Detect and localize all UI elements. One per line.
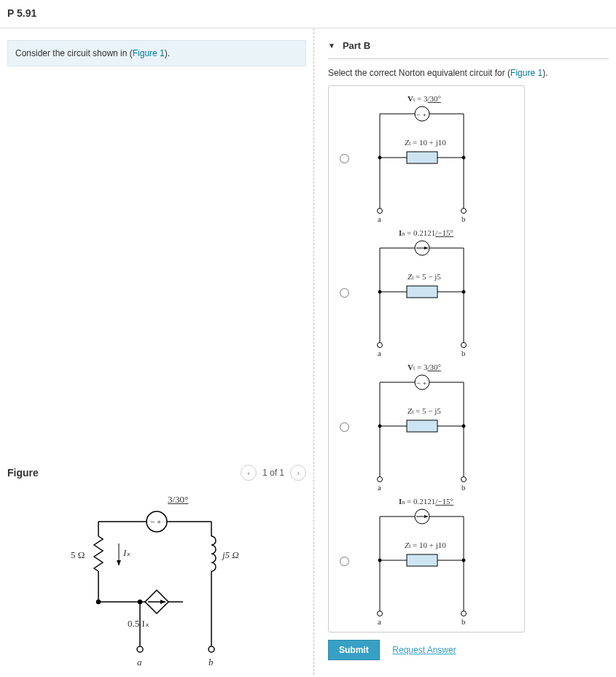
option-3[interactable]: − + Vt = 3/30° Zt = 5 (329, 359, 524, 493)
svg-point-60 (462, 559, 465, 562)
svg-text:− +: − + (416, 379, 426, 387)
part-header[interactable]: ▼ Part B (328, 36, 609, 59)
svg-point-37 (378, 343, 383, 348)
ix-label: Iₓ (123, 547, 130, 559)
part-title: Part B (343, 40, 370, 51)
instruction-suffix: ). (542, 68, 547, 78)
svg-point-38 (461, 343, 467, 348)
svg-text:− +: − + (416, 111, 426, 118)
prompt-text-prefix: Consider the circuit shown in ( (15, 48, 133, 58)
svg-point-48 (462, 425, 465, 428)
instruction-prefix: Select the correct Norton equivalent cir… (328, 68, 510, 78)
svg-rect-45 (407, 420, 437, 432)
svg-point-36 (462, 290, 465, 293)
svg-rect-21 (407, 152, 437, 163)
request-answer-link[interactable]: Request Answer (392, 645, 456, 655)
svg-point-13 (97, 600, 101, 604)
svg-point-23 (378, 156, 381, 159)
pager-prev-button[interactable]: ‹ (241, 465, 257, 481)
svg-point-11 (137, 646, 143, 652)
source-label: 3/30° (168, 494, 188, 506)
svg-point-24 (462, 156, 465, 159)
svg-point-49 (378, 477, 383, 482)
figure-pager: ‹ 1 of 1 › (241, 465, 306, 481)
option-2-circuit: In = 0.2121/−15° Zt = 5 − j5 a b (358, 226, 486, 357)
svg-point-14 (139, 600, 142, 604)
svg-point-61 (378, 611, 383, 616)
dep-source-label: 0.5 Iₓ (128, 618, 149, 630)
svg-point-35 (378, 290, 381, 293)
option-4-circuit: In = 0.2121/−15° Zt = 10 + j10 a b (358, 495, 486, 626)
main-circuit-figure: − + (55, 492, 259, 675)
instruction-figure-link[interactable]: Figure 1 (510, 68, 542, 78)
figure-title: Figure (7, 467, 39, 479)
svg-text:− +: − + (150, 517, 161, 526)
svg-point-12 (208, 646, 214, 652)
svg-rect-57 (407, 554, 437, 566)
submit-button[interactable]: Submit (328, 640, 380, 660)
option-4-radio[interactable] (340, 557, 349, 566)
pager-next-button[interactable]: › (290, 465, 306, 481)
svg-point-59 (378, 559, 381, 562)
svg-point-47 (378, 425, 381, 428)
prompt-text-suffix: ). (165, 48, 170, 58)
figure-link[interactable]: Figure 1 (133, 48, 165, 58)
option-2[interactable]: In = 0.2121/−15° Zt = 5 − j5 a b (329, 225, 524, 359)
option-3-circuit: − + Vt = 3/30° Zt = 5 (358, 360, 486, 492)
option-1-circuit: − + Vt = 3/30° Zt = 1 (358, 92, 486, 223)
resistor-label: 5 Ω (71, 549, 85, 561)
options-box: − + Vt = 3/30° Zt = 1 (328, 85, 525, 632)
figure-block: Figure ‹ 1 of 1 › − + (7, 460, 306, 675)
option-1-radio[interactable] (340, 154, 349, 163)
svg-point-50 (461, 477, 467, 482)
svg-point-62 (461, 611, 467, 616)
prompt-box: Consider the circuit shown in (Figure 1)… (7, 40, 306, 66)
caret-down-icon: ▼ (328, 42, 335, 50)
option-3-radio[interactable] (340, 422, 349, 432)
svg-point-25 (378, 209, 383, 214)
option-4[interactable]: In = 0.2121/−15° Zt = 10 + j10 a b (329, 493, 524, 627)
svg-rect-33 (407, 286, 437, 298)
option-1[interactable]: − + Vt = 3/30° Zt = 1 (329, 90, 524, 225)
terminal-b-label: b (208, 657, 214, 668)
column-divider (313, 28, 314, 675)
instruction-text: Select the correct Norton equivalent cir… (328, 68, 609, 78)
svg-point-26 (461, 209, 467, 214)
option-2-radio[interactable] (340, 288, 349, 298)
inductor-label: j5 Ω (222, 549, 239, 561)
terminal-a-label: a (137, 657, 142, 668)
pager-text: 1 of 1 (262, 468, 284, 478)
problem-number: P 5.91 (0, 0, 616, 28)
